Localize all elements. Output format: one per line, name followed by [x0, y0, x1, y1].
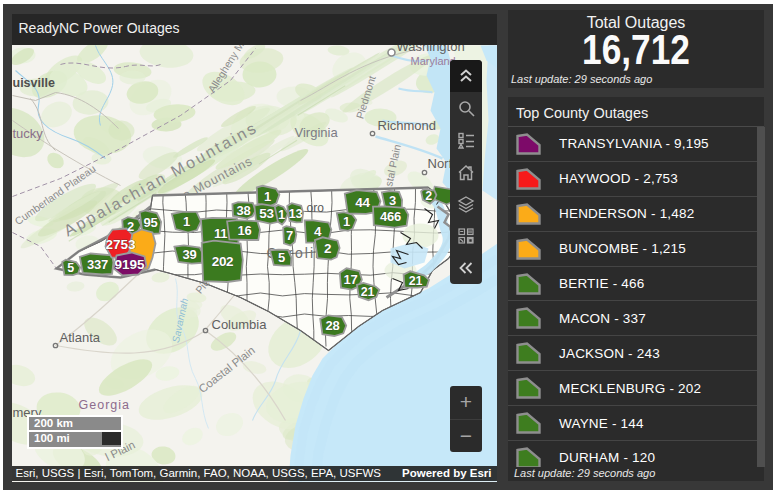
svg-text:Virginia: Virginia — [294, 125, 338, 140]
svg-text:337: 337 — [87, 257, 108, 272]
svg-text:16: 16 — [237, 223, 251, 238]
svg-text:2: 2 — [425, 189, 432, 203]
svg-text:1: 1 — [278, 207, 285, 222]
svg-text:53: 53 — [259, 206, 274, 221]
svg-text:3: 3 — [389, 193, 396, 208]
svg-text:5: 5 — [278, 250, 285, 265]
svg-text:uisville: uisville — [12, 76, 54, 90]
svg-text:2: 2 — [127, 219, 134, 234]
svg-text:38: 38 — [236, 203, 250, 218]
svg-text:21: 21 — [360, 285, 374, 299]
svg-text:2: 2 — [323, 241, 330, 256]
svg-text:11: 11 — [213, 226, 226, 241]
svg-text:oro: oro — [306, 201, 324, 215]
svg-text:1: 1 — [343, 214, 350, 229]
svg-text:44: 44 — [355, 195, 370, 210]
svg-text:1: 1 — [183, 214, 190, 229]
svg-text:21: 21 — [408, 274, 422, 288]
svg-text:17: 17 — [343, 272, 357, 287]
svg-text:5: 5 — [67, 261, 74, 275]
svg-text:4: 4 — [313, 224, 321, 239]
svg-text:1: 1 — [264, 189, 271, 204]
svg-text:Washington: Washington — [396, 45, 464, 54]
svg-text:Atlanta: Atlanta — [59, 330, 100, 345]
svg-text:Georgia: Georgia — [78, 398, 129, 412]
svg-text:Columbia: Columbia — [211, 317, 267, 332]
svg-text:202: 202 — [211, 254, 233, 269]
svg-text:95: 95 — [143, 215, 157, 230]
svg-text:466: 466 — [380, 209, 401, 224]
svg-text:tucky: tucky — [12, 126, 43, 141]
svg-text:Richmond: Richmond — [377, 118, 436, 133]
svg-text:2753: 2753 — [105, 237, 136, 252]
svg-text:13: 13 — [288, 206, 302, 221]
svg-text:9195: 9195 — [114, 257, 145, 272]
svg-text:7: 7 — [286, 228, 293, 243]
svg-text:Maryland: Maryland — [410, 55, 455, 67]
svg-text:39: 39 — [182, 247, 196, 262]
svg-text:28: 28 — [325, 318, 339, 333]
